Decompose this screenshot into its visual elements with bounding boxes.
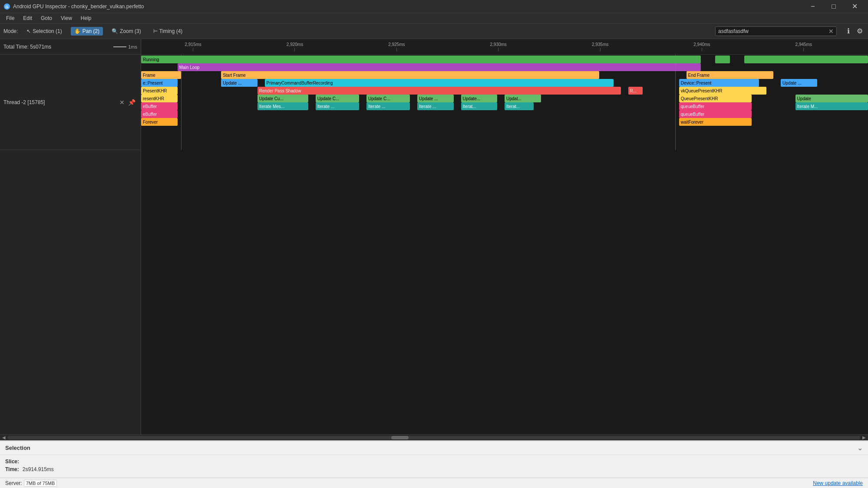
mode-selection-label: Selection (1): [33, 28, 62, 34]
trace-bar-queuebuffer1[interactable]: queueBuffer: [679, 102, 752, 110]
ruler-tick-line-2: [396, 48, 397, 51]
trace-bar-iter2[interactable]: Iterate ...: [366, 102, 410, 110]
trace-bar-iteratem[interactable]: Iterate M...: [795, 102, 868, 110]
ruler-label-3: 2,930ms: [490, 42, 507, 47]
trace-bar-pcbr[interactable]: PrimaryCommandBufferRecording: [265, 79, 614, 87]
menubar: File Edit Goto View Help: [0, 13, 868, 23]
trace-bar-updatecu[interactable]: Update Cu...: [257, 95, 308, 102]
timing-icon: ⊢: [153, 28, 158, 34]
horizontal-scrollbar: ◀ ▶: [0, 434, 868, 440]
scale-label: 1ms: [128, 44, 137, 49]
ruler-tick-line-1: [294, 48, 295, 51]
ruler-label-0: 2,915ms: [185, 42, 201, 47]
scroll-right-button[interactable]: ▶: [861, 435, 867, 441]
server-label: Server:: [5, 480, 22, 486]
trace-bar-startframe[interactable]: Start Frame: [221, 71, 599, 79]
trace-bar-iter3[interactable]: Iterate ...: [417, 102, 454, 110]
ruler-tick-line-0: [193, 48, 193, 51]
time-scale-indicator: 1ms: [113, 44, 137, 49]
titlebar: G Android GPU Inspector - chonky_bender_…: [0, 0, 868, 13]
trace-bar-vkqpkhr[interactable]: vkQueuePresentKHR: [679, 87, 766, 95]
trace-bar-update4[interactable]: Update...: [461, 95, 498, 102]
trace-bar-ebuffer1[interactable]: eBuffer: [141, 102, 178, 110]
menu-edit[interactable]: Edit: [19, 14, 36, 22]
svg-text:G: G: [5, 5, 8, 9]
minimize-button[interactable]: −: [803, 0, 823, 13]
trace-bar-waitforever[interactable]: waitForever: [679, 118, 752, 126]
ruler-tick-line-4: [600, 48, 601, 51]
selection-panel: Selection ⌄ Slice: Time: 2s914.915ms: [0, 440, 868, 478]
trace-bar-qpkhr[interactable]: QueuePresentKHR: [679, 95, 752, 102]
trace-bar-updatec1[interactable]: Update C...: [316, 95, 359, 102]
search-input[interactable]: [718, 28, 828, 34]
ruler-label-2: 2,925ms: [388, 42, 405, 47]
info-button[interactable]: ℹ: [845, 26, 851, 36]
trace-bar-epresent[interactable]: e::Present: [141, 79, 178, 87]
selection-header[interactable]: Selection ⌄: [0, 441, 868, 455]
search-box: ✕: [715, 26, 837, 36]
ruler-label-1: 2,920ms: [287, 42, 303, 47]
window-controls: − □ ✕: [803, 0, 865, 13]
trace-bar-updat[interactable]: Updat...: [505, 95, 541, 102]
menu-file[interactable]: File: [2, 14, 19, 22]
thread-collapse-button[interactable]: ✕: [118, 98, 126, 107]
trace-bar-iter1[interactable]: Iterate ...: [316, 102, 359, 110]
trace-bar-forever[interactable]: Forever: [141, 118, 178, 126]
menu-goto[interactable]: Goto: [36, 14, 56, 22]
trace-viewport[interactable]: Running Main Loop Frame Start Frame End …: [141, 55, 868, 434]
trace-bar-update5[interactable]: Update: [795, 95, 868, 102]
mode-zoom-button[interactable]: 🔍 Zoom (3): [108, 27, 145, 36]
mode-selection-button[interactable]: ↖ Selection (1): [23, 27, 65, 36]
trace-bar-update3[interactable]: Update ...: [417, 95, 454, 102]
trace-bar-endframe[interactable]: End Frame: [686, 71, 774, 79]
trace-bar-update2[interactable]: Update ...: [781, 79, 817, 87]
trace-bar-devicepresent[interactable]: Device::Present: [679, 79, 759, 87]
menu-help[interactable]: Help: [76, 14, 96, 22]
trace-bar-iterat1[interactable]: Iterat...: [461, 102, 498, 110]
ruler-tick-line-3: [498, 48, 498, 51]
menu-view[interactable]: View: [56, 14, 76, 22]
trace-bar-resentkhr[interactable]: resentKHR: [141, 95, 178, 102]
ruler-label-4: 2,935ms: [592, 42, 608, 47]
trace-bar-running-3[interactable]: [744, 56, 868, 63]
trace-bar-update1[interactable]: Update ...: [221, 79, 257, 87]
trace-bar-presentkhr[interactable]: PresentKHR: [141, 87, 178, 95]
trace-bar-ebuffer2[interactable]: eBuffer: [141, 110, 178, 118]
scroll-left-button[interactable]: ◀: [1, 435, 7, 441]
search-clear-button[interactable]: ✕: [828, 28, 834, 35]
scroll-track[interactable]: [8, 436, 860, 439]
close-button[interactable]: ✕: [845, 0, 865, 13]
trace-bar-running[interactable]: Running: [141, 56, 701, 63]
time-value: 2s914.915ms: [23, 466, 54, 472]
trace-bar-running-2[interactable]: [715, 56, 729, 63]
mode-timing-button[interactable]: ⊢ Timing (4): [150, 27, 186, 36]
mode-timing-label: Timing (4): [159, 28, 183, 34]
scroll-thumb[interactable]: [391, 436, 409, 439]
ruler-tick-3: 2,930ms: [490, 42, 507, 51]
server-info: Server: 7MB of 75MB: [5, 480, 57, 487]
time-label: Time:: [5, 466, 19, 472]
thread-labels: Thread -2 [15785] ✕ 📌: [0, 55, 141, 434]
thread-pin-button[interactable]: 📌: [126, 98, 137, 107]
selection-icon: ↖: [26, 28, 31, 34]
trace-bar-queuebuffer2[interactable]: queueBuffer: [679, 110, 752, 118]
trace-bar-itermes[interactable]: Iterate Mes...: [257, 102, 308, 110]
statusbar: Server: 7MB of 75MB New update available: [0, 478, 868, 488]
selection-collapse-button[interactable]: ⌄: [857, 444, 863, 452]
total-time-area: Total Time: 5s071ms 1ms: [0, 39, 141, 54]
trace-bar-frame[interactable]: Frame: [141, 71, 181, 79]
trace-bar-iterat2[interactable]: Iterat...: [505, 102, 534, 110]
settings-button[interactable]: ⚙: [855, 26, 865, 36]
trace-bar-rpsh[interactable]: Render Pass Shadow: [257, 87, 621, 95]
ruler-tick-5: 2,940ms: [693, 42, 710, 51]
ruler-label-6: 2,945ms: [795, 42, 812, 47]
trace-bar-updatec2[interactable]: Update C...: [366, 95, 410, 102]
ruler-tick-line-5: [702, 48, 702, 51]
trace-bar-mainloop[interactable]: Main Loop: [178, 63, 701, 71]
maximize-button[interactable]: □: [824, 0, 844, 13]
thread-label-row: Thread -2 [15785] ✕ 📌: [0, 55, 141, 150]
trace-bar-r[interactable]: R...: [628, 87, 643, 95]
update-available-link[interactable]: New update available: [813, 480, 863, 486]
mode-pan-button[interactable]: ✋ Pan (2): [71, 27, 103, 36]
selection-title: Selection: [5, 445, 30, 451]
